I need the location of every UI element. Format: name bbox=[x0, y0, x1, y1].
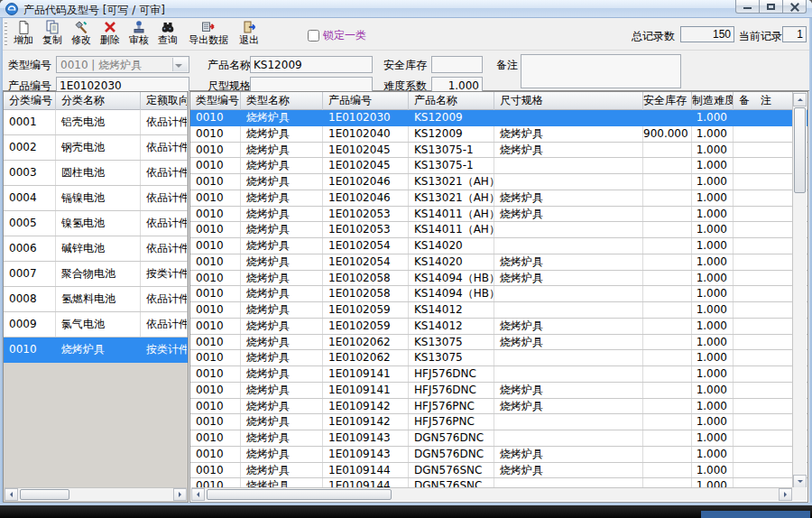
table-cell[interactable]: 1E0102059 bbox=[323, 319, 409, 334]
table-row[interactable]: 0010烧烤炉具1E0102045KS13075-11.000 bbox=[190, 158, 807, 174]
table-cell[interactable] bbox=[494, 238, 643, 254]
scroll-left-button[interactable] bbox=[191, 488, 205, 501]
table-cell[interactable]: KS12009 bbox=[409, 126, 494, 142]
table-row[interactable]: 0001铝壳电池依品计件 bbox=[4, 110, 188, 135]
column-header[interactable]: 定额取向 bbox=[141, 92, 188, 110]
table-cell[interactable]: 烧烤炉具 bbox=[241, 383, 323, 398]
table-cell[interactable] bbox=[734, 366, 793, 382]
table-cell[interactable]: 0010 bbox=[190, 143, 241, 158]
column-header[interactable]: 类型名称 bbox=[241, 92, 323, 110]
table-row[interactable]: 0002钢壳电池依品计件 bbox=[4, 135, 188, 161]
title-bar[interactable]: 产品代码及型号 [可写 / 可审] bbox=[0, 0, 812, 18]
table-cell[interactable]: 1E0109141 bbox=[323, 383, 409, 398]
table-row[interactable]: 0010烧烤炉具1E0109141HFJ576DNC1.000 bbox=[190, 366, 807, 383]
table-cell[interactable] bbox=[734, 335, 793, 350]
column-header[interactable]: 尺寸规格 bbox=[494, 92, 643, 110]
table-cell[interactable]: KS14011（AH） bbox=[409, 222, 494, 237]
table-cell[interactable]: 烧烤炉具 bbox=[241, 302, 323, 318]
column-header[interactable]: 类型编号 bbox=[190, 92, 241, 110]
table-cell[interactable]: 0010 bbox=[190, 271, 241, 286]
table-cell[interactable] bbox=[494, 414, 643, 430]
table-cell[interactable]: 1.000 bbox=[692, 110, 734, 125]
table-cell[interactable] bbox=[494, 302, 643, 318]
table-cell[interactable]: 1.000 bbox=[692, 271, 734, 286]
table-row[interactable]: 0010烧烤炉具1E0102059KS140121.000 bbox=[190, 302, 807, 319]
table-cell[interactable]: 0010 bbox=[190, 110, 241, 125]
table-cell[interactable] bbox=[734, 302, 793, 318]
column-header[interactable]: 分类编号 bbox=[4, 92, 56, 110]
table-cell[interactable] bbox=[734, 350, 793, 365]
table-cell[interactable]: 烧烤炉具 bbox=[241, 414, 323, 430]
table-row[interactable]: 0010烧烤炉具1E0102040KS12009烧烤炉具900.0001.000 bbox=[190, 126, 807, 143]
table-cell[interactable]: 烧烤炉具 bbox=[494, 143, 643, 158]
table-cell[interactable]: 烧烤炉具 bbox=[241, 126, 323, 142]
table-cell[interactable]: 0005 bbox=[4, 211, 56, 236]
column-header[interactable]: 安全库存 bbox=[643, 92, 692, 110]
table-row[interactable]: 0010烧烤炉具1E0102059KS14012烧烤炉具1.000 bbox=[190, 319, 807, 335]
exit-button[interactable]: 退出 bbox=[235, 19, 263, 49]
table-cell[interactable]: KS14020 bbox=[409, 254, 494, 270]
table-cell[interactable]: 1.000 bbox=[692, 414, 734, 430]
table-row[interactable]: 0010烧烤炉具1E0102046KS13021（AH）1.000 bbox=[190, 174, 807, 190]
table-row[interactable]: 0010烧烤炉具1E0102053KS14011（AH）烧烤炉具1.000 bbox=[190, 207, 807, 223]
column-header[interactable]: 分类名称 bbox=[56, 92, 141, 110]
total-records-field[interactable] bbox=[680, 26, 734, 42]
table-cell[interactable]: 1E0109144 bbox=[323, 463, 409, 478]
table-cell[interactable]: 依品计件 bbox=[141, 110, 188, 134]
table-cell[interactable]: HFJ576DNC bbox=[409, 383, 494, 398]
product-hscrollbar[interactable] bbox=[191, 487, 792, 501]
table-row[interactable]: 0009氯气电池依品计件 bbox=[4, 312, 188, 338]
table-cell[interactable]: 烧烤炉具 bbox=[494, 463, 643, 478]
table-cell[interactable] bbox=[494, 430, 643, 446]
table-cell[interactable]: 烧烤炉具 bbox=[241, 350, 323, 365]
table-cell[interactable] bbox=[734, 286, 793, 301]
table-cell[interactable]: 烧烤炉具 bbox=[494, 399, 643, 414]
table-cell[interactable]: 1.000 bbox=[692, 238, 734, 254]
table-cell[interactable] bbox=[734, 447, 793, 462]
table-cell[interactable]: 1E0102062 bbox=[323, 350, 409, 365]
table-row[interactable]: 0010烧烤炉具按类计件 bbox=[4, 338, 188, 363]
table-cell[interactable]: DGN576DNC bbox=[409, 430, 494, 446]
lock-category-checkbox[interactable] bbox=[308, 30, 319, 42]
table-cell[interactable]: 烧烤炉具 bbox=[241, 286, 323, 301]
table-cell[interactable]: 依品计件 bbox=[141, 135, 188, 160]
table-cell[interactable] bbox=[734, 143, 793, 158]
table-cell[interactable]: 0010 bbox=[190, 447, 241, 462]
table-cell[interactable]: 碱锌电池 bbox=[56, 236, 141, 261]
table-cell[interactable]: 烧烤炉具 bbox=[241, 190, 323, 206]
query-button[interactable]: 查询 bbox=[154, 19, 181, 49]
scroll-right-button[interactable] bbox=[779, 488, 792, 501]
table-cell[interactable]: 1E0102045 bbox=[323, 143, 409, 158]
table-cell[interactable]: 0010 bbox=[190, 430, 241, 446]
maximize-button[interactable] bbox=[759, 0, 783, 14]
table-cell[interactable] bbox=[643, 222, 692, 237]
table-cell[interactable]: KS13021（AH） bbox=[409, 174, 494, 190]
table-cell[interactable]: 烧烤炉具 bbox=[56, 338, 141, 362]
table-cell[interactable] bbox=[494, 366, 643, 382]
modify-button[interactable]: 修改 bbox=[68, 19, 95, 49]
table-cell[interactable] bbox=[643, 158, 692, 173]
remark-field[interactable] bbox=[521, 54, 681, 88]
table-cell[interactable]: 烧烤炉具 bbox=[494, 190, 643, 206]
table-cell[interactable]: KS14011（AH） bbox=[409, 207, 494, 222]
table-cell[interactable] bbox=[734, 126, 793, 142]
table-cell[interactable] bbox=[643, 254, 692, 270]
close-button[interactable] bbox=[782, 0, 807, 14]
table-cell[interactable] bbox=[734, 158, 793, 173]
table-row[interactable]: 0010烧烤炉具1E0109142HFJ576PNC1.000 bbox=[190, 414, 807, 430]
table-cell[interactable] bbox=[734, 254, 793, 270]
table-cell[interactable]: 0010 bbox=[190, 190, 241, 206]
table-cell[interactable]: 0010 bbox=[190, 463, 241, 478]
table-row[interactable]: 0010烧烤炉具1E0109143DGN576DNC1.000 bbox=[190, 430, 807, 447]
table-cell[interactable]: 按类计件 bbox=[141, 338, 188, 362]
table-cell[interactable] bbox=[734, 238, 793, 254]
table-cell[interactable] bbox=[494, 158, 643, 173]
table-cell[interactable]: 铝壳电池 bbox=[56, 110, 141, 134]
table-cell[interactable]: KS13075-1 bbox=[409, 158, 494, 173]
table-cell[interactable]: 烧烤炉具 bbox=[241, 430, 323, 446]
table-cell[interactable] bbox=[643, 430, 692, 446]
table-cell[interactable]: KS13021（AH） bbox=[409, 190, 494, 206]
table-cell[interactable]: 依品计件 bbox=[141, 161, 188, 185]
table-cell[interactable]: 0010 bbox=[190, 174, 241, 190]
table-cell[interactable]: 1E0102040 bbox=[323, 126, 409, 142]
